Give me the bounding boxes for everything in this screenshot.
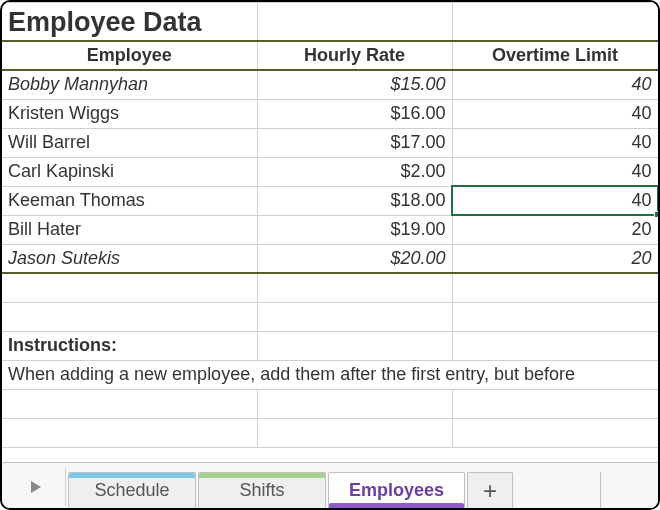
overtime-limit-cell[interactable]: 40 — [452, 70, 658, 99]
column-header[interactable]: Employee — [2, 41, 257, 70]
tab-shifts[interactable]: Shifts — [198, 472, 326, 508]
cell[interactable] — [257, 302, 452, 331]
tab-label: Employees — [349, 480, 444, 501]
plus-icon: + — [483, 477, 497, 505]
sheet-title[interactable]: Employee Data — [2, 3, 257, 42]
hourly-rate-cell[interactable]: $2.00 — [257, 157, 452, 186]
tab-color-stripe — [329, 503, 464, 508]
add-sheet-button[interactable]: + — [467, 472, 513, 508]
employee-name-cell[interactable]: Bobby Mannyhan — [2, 70, 257, 99]
cell[interactable] — [257, 418, 452, 447]
overtime-limit-cell[interactable]: 20 — [452, 244, 658, 273]
fill-handle[interactable] — [654, 211, 661, 218]
cell[interactable] — [257, 331, 452, 360]
instructions-label[interactable]: Instructions: — [2, 331, 257, 360]
tabbar-trailing — [600, 472, 654, 508]
overtime-limit-cell[interactable]: 40 — [452, 128, 658, 157]
tab-schedule[interactable]: Schedule — [68, 472, 196, 508]
column-header[interactable]: Hourly Rate — [257, 41, 452, 70]
employee-name-cell[interactable]: Keeman Thomas — [2, 186, 257, 215]
sheet-tab-bar: Schedule Shifts Employees + — [2, 462, 658, 508]
play-icon — [28, 479, 44, 495]
employee-name-cell[interactable]: Kristen Wiggs — [2, 99, 257, 128]
employee-name-cell[interactable]: Jason Sutekis — [2, 244, 257, 273]
column-header[interactable]: Overtime Limit — [452, 41, 658, 70]
overtime-limit-cell[interactable]: 20 — [452, 215, 658, 244]
cell[interactable] — [257, 273, 452, 302]
cell[interactable] — [2, 418, 257, 447]
tab-employees[interactable]: Employees — [328, 472, 465, 508]
employee-name-cell[interactable]: Bill Hater — [2, 215, 257, 244]
cell[interactable] — [452, 418, 658, 447]
hourly-rate-cell[interactable]: $18.00 — [257, 186, 452, 215]
employee-name-cell[interactable]: Will Barrel — [2, 128, 257, 157]
cell[interactable] — [452, 302, 658, 331]
instructions-text[interactable]: When adding a new employee, add them aft… — [2, 360, 658, 389]
hourly-rate-cell[interactable]: $17.00 — [257, 128, 452, 157]
spreadsheet-grid[interactable]: Employee Data EmployeeHourly RateOvertim… — [2, 2, 658, 460]
hourly-rate-cell[interactable]: $20.00 — [257, 244, 452, 273]
svg-marker-0 — [31, 481, 41, 493]
employee-name-cell[interactable]: Carl Kapinski — [2, 157, 257, 186]
cell[interactable] — [2, 302, 257, 331]
hourly-rate-cell[interactable]: $16.00 — [257, 99, 452, 128]
overtime-limit-cell[interactable]: 40 — [452, 186, 658, 215]
hourly-rate-cell[interactable]: $15.00 — [257, 70, 452, 99]
hourly-rate-cell[interactable]: $19.00 — [257, 215, 452, 244]
cell[interactable] — [2, 389, 257, 418]
cell[interactable] — [2, 273, 257, 302]
tab-label: Shifts — [239, 480, 284, 501]
cell[interactable] — [452, 273, 658, 302]
tab-color-stripe — [199, 473, 325, 478]
overtime-limit-cell[interactable]: 40 — [452, 99, 658, 128]
sheet-nav-button[interactable] — [6, 468, 66, 506]
cell[interactable] — [452, 3, 658, 42]
cell[interactable] — [452, 331, 658, 360]
tab-color-stripe — [69, 473, 195, 478]
cell[interactable] — [257, 3, 452, 42]
overtime-limit-cell[interactable]: 40 — [452, 157, 658, 186]
tab-label: Schedule — [94, 480, 169, 501]
cell[interactable] — [257, 389, 452, 418]
cell[interactable] — [452, 389, 658, 418]
